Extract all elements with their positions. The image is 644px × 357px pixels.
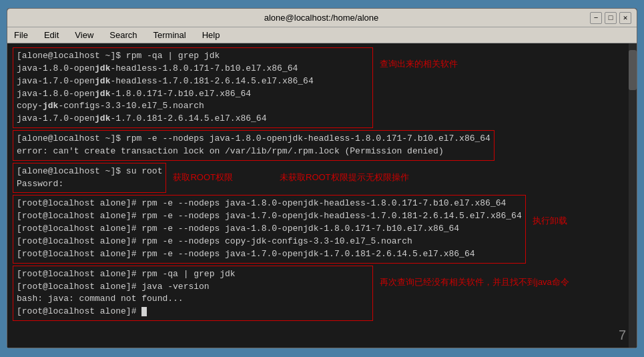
cmd-line-1: [alone@localhost ~]$ rpm -qa | grep jdk (17, 50, 369, 63)
menu-edit[interactable]: Edit (41, 29, 61, 41)
output-line-4: copy-jdk-configs-3.3-10.el7_5.noarch (17, 100, 369, 113)
menu-view[interactable]: View (72, 29, 96, 41)
verify-1: [root@localhost alone]# rpm -qa | grep j… (17, 268, 369, 281)
verify-4: [root@localhost alone]# (17, 306, 369, 318)
uninstall-4: [root@localhost alone]# rpm -e --nodeps … (17, 236, 522, 248)
annotation-4: 执行卸载 (533, 215, 567, 228)
output-line-1: java-1.8.0-openjdk-headless-1.8.0.171-7.… (17, 63, 369, 75)
annotation-5: 再次查询已经没有相关软件，并且找不到java命令 (380, 276, 569, 289)
verify-2: [root@localhost alone]# java -version (17, 281, 369, 294)
output-line-2: java-1.7.0-openjdk-headless-1.7.0.181-2.… (17, 75, 369, 88)
terminal-window: alone@localhost:/home/alone − □ ✕ File E… (7, 8, 637, 348)
menu-file[interactable]: File (11, 29, 31, 41)
menu-bar: File Edit View Search Terminal Help (7, 27, 637, 43)
scrollbar-thumb[interactable] (629, 50, 637, 90)
password-prompt: Password: (17, 178, 162, 191)
annotation-2: 获取ROOT权限 (173, 171, 233, 184)
uninstall-2: [root@localhost alone]# rpm -e --nodeps … (17, 210, 522, 223)
verify-3: bash: java: command not found... (17, 293, 369, 306)
scrollbar[interactable] (629, 43, 637, 348)
window-controls: − □ ✕ (590, 12, 631, 24)
terminal-body: [alone@localhost ~]$ rpm -qa | grep jdk … (7, 43, 637, 348)
maximize-button[interactable]: □ (605, 12, 617, 24)
menu-help[interactable]: Help (200, 29, 223, 41)
output-line-3: java-1.8.0-openjdk-1.8.0.171-7.b10.el7.x… (17, 88, 369, 101)
window-title: alone@localhost:/home/alone (53, 13, 590, 23)
annotation-1: 查询出来的相关软件 (380, 58, 458, 71)
title-bar: alone@localhost:/home/alone − □ ✕ (7, 9, 637, 27)
annotation-3: 未获取ROOT权限提示无权限操作 (280, 171, 409, 184)
close-button[interactable]: ✕ (619, 12, 631, 24)
uninstall-5: [root@localhost alone]# rpm -e --nodeps … (17, 248, 522, 261)
menu-terminal[interactable]: Terminal (151, 29, 189, 41)
output-line-5: java-1.7.0-openjdk-1.7.0.181-2.6.14.5.el… (17, 113, 369, 125)
corner-number: 7 (619, 326, 626, 345)
cmd-su: [alone@localhost ~]$ su root (17, 165, 162, 178)
cmd-line-2: [alone@localhost ~]$ rpm -e --nodeps jav… (17, 133, 491, 145)
menu-search[interactable]: Search (107, 29, 139, 41)
uninstall-3: [root@localhost alone]# rpm -e --nodeps … (17, 223, 522, 236)
minimize-button[interactable]: − (590, 12, 602, 24)
uninstall-1: [root@localhost alone]# rpm -e --nodeps … (17, 198, 522, 210)
error-line-1: error: can't create transaction lock on … (17, 145, 491, 158)
